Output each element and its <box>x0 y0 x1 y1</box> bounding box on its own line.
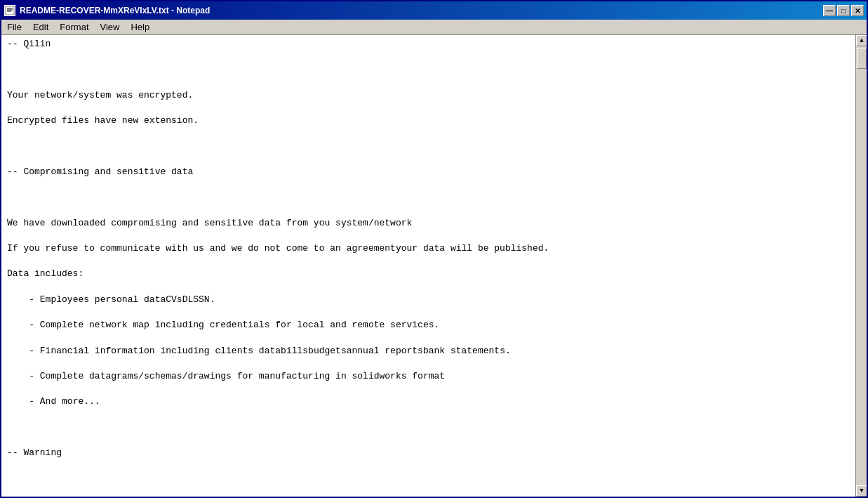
menu-help[interactable]: Help <box>125 20 155 34</box>
title-bar-left: README-RECOVER-MmXReVIxLV.txt - Notepad <box>4 5 210 16</box>
maximize-button[interactable]: □ <box>837 5 850 16</box>
vertical-scrollbar[interactable]: ▲ ▼ <box>855 35 867 497</box>
text-line-18 <box>7 473 13 483</box>
text-line-12: - Complete network map including credent… <box>7 320 439 330</box>
menu-file[interactable]: File <box>1 20 27 34</box>
text-line-5 <box>7 141 13 152</box>
scroll-down-button[interactable]: ▼ <box>856 485 867 497</box>
text-line-4: Encrypted files have new extension. <box>7 115 199 126</box>
text-line-17: -- Warning <box>7 447 62 458</box>
title-bar: README-RECOVER-MmXReVIxLV.txt - Notepad … <box>1 1 867 20</box>
menu-format[interactable]: Format <box>54 20 94 34</box>
text-line-11: - Employees personal dataCVsDLSSN. <box>7 294 215 305</box>
content-area: -- Qilin Your network/system was encrypt… <box>1 35 867 497</box>
text-line-16 <box>7 422 13 433</box>
text-line-9: If you refuse to communicate with us and… <box>7 243 549 254</box>
text-line-3: Your network/system was encrypted. <box>7 90 193 100</box>
scroll-track[interactable] <box>856 46 867 485</box>
scroll-up-button[interactable]: ▲ <box>856 35 867 46</box>
text-line-15: - And more... <box>7 396 100 407</box>
minimize-button[interactable]: — <box>823 5 836 16</box>
app-icon <box>4 5 15 16</box>
window-title: README-RECOVER-MmXReVIxLV.txt - Notepad <box>20 6 210 15</box>
text-line-10: Data includes: <box>7 268 84 279</box>
notepad-window: README-RECOVER-MmXReVIxLV.txt - Notepad … <box>0 0 868 498</box>
text-line-7 <box>7 192 13 202</box>
text-line-14: - Complete datagrams/schemas/drawings fo… <box>7 371 445 381</box>
window-controls: — □ ✕ <box>823 5 864 16</box>
svg-rect-0 <box>6 6 14 15</box>
menu-edit[interactable]: Edit <box>27 20 54 34</box>
close-button[interactable]: ✕ <box>851 5 864 16</box>
text-line-1: -- Qilin <box>7 39 51 49</box>
menu-bar: File Edit Format View Help <box>1 20 867 35</box>
text-line-2 <box>7 64 13 74</box>
text-line-8: We have downloaded compromising and sens… <box>7 218 412 228</box>
menu-view[interactable]: View <box>95 20 126 34</box>
scroll-thumb[interactable] <box>857 48 867 69</box>
text-line-6: -- Compromising and sensitive data <box>7 166 193 177</box>
text-line-13: - Financial information including client… <box>7 346 511 356</box>
text-editor[interactable]: -- Qilin Your network/system was encrypt… <box>1 35 855 497</box>
